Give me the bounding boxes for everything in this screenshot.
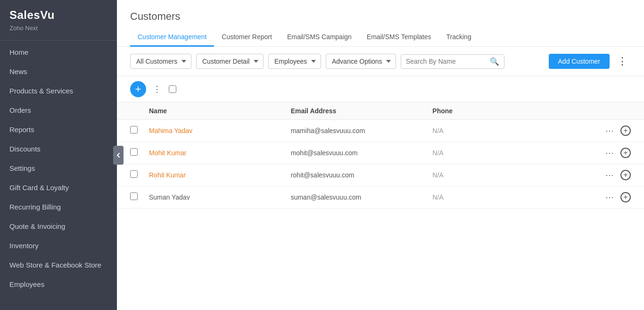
row-checkbox-cell[interactable] [130,126,149,135]
table-row: Rohit Kumar rohit@salesvuuu.com N/A ⋯ + [117,164,644,186]
all-customers-filter[interactable]: All Customers [130,54,191,69]
row-actions-0: ⋯ + [574,126,631,136]
customer-email-0: mamiha@salesvuuu.com [291,127,433,134]
customer-phone-2: N/A [432,171,574,179]
more-options-button[interactable]: ⋮ [614,53,631,69]
sidebar-item-news[interactable]: News [0,62,117,81]
sidebar-item-quote-invoicing[interactable]: Quote & Invoicing [0,217,117,236]
row-actions-1: ⋯ + [574,148,631,158]
table-row: Mohit Kumar mohit@salesvuuu.com N/A ⋯ + [117,142,644,164]
sidebar-item-recurring-billing[interactable]: Recurring Billing [0,197,117,217]
customer-name-0[interactable]: Mahima Yadav [149,127,291,134]
page-header: Customers Customer ManagementCustomer Re… [117,0,644,47]
sidebar-item-settings[interactable]: Settings [0,159,117,178]
select-all-checkbox[interactable] [169,85,176,93]
header-name: Name [149,107,291,115]
tab-4[interactable]: Tracking [439,29,479,47]
sidebar: SalesVu Zoho Next HomeNewsProducts & Ser… [0,0,117,310]
employees-filter[interactable]: Employees [268,54,321,69]
row-checkbox-2[interactable] [130,170,138,178]
table-row: Mahima Yadav mamiha@salesvuuu.com N/A ⋯ … [117,120,644,142]
search-input[interactable] [406,58,488,65]
customer-name-2[interactable]: Rohit Kumar [149,171,291,179]
search-icon: 🔍 [490,57,499,66]
main-content: Customers Customer ManagementCustomer Re… [117,0,644,310]
row-checkbox-3[interactable] [130,193,138,200]
advance-options-filter[interactable]: Advance Options [326,54,396,69]
sidebar-item-gift-card-loyalty[interactable]: Gift Card & Loyalty [0,178,117,197]
sidebar-collapse-button[interactable] [113,146,124,165]
sidebar-nav: HomeNewsProducts & ServicesOrdersReports… [0,42,117,310]
tab-1[interactable]: Customer Report [214,29,280,47]
app-logo: SalesVu [0,0,117,25]
customer-name-1[interactable]: Mohit Kumar [149,149,291,157]
customer-phone-1: N/A [432,149,574,157]
sidebar-item-web-store[interactable]: Web Store & Facebook Store [0,255,117,275]
row-checkbox-cell[interactable] [130,170,149,180]
row-checkbox-0[interactable] [130,126,138,134]
row-add-button-2[interactable]: + [620,170,631,180]
row-actions-3: ⋯ + [574,192,631,202]
tabs-bar: Customer ManagementCustomer ReportEmail/… [130,29,631,46]
search-box[interactable]: 🔍 [401,54,504,69]
customer-detail-filter[interactable]: Customer Detail [196,54,264,69]
sidebar-item-products-services[interactable]: Products & Services [0,81,117,101]
sidebar-item-home[interactable]: Home [0,42,117,62]
tab-0[interactable]: Customer Management [130,29,214,47]
toolbar: All Customers Customer Detail Employees … [117,47,644,76]
table-row: Suman Yadav suman@salesvuuu.com N/A ⋯ + [117,186,644,209]
table-more-button[interactable]: ⋮ [153,84,162,94]
add-row-button[interactable]: + [130,81,146,97]
row-checkbox-cell[interactable] [130,193,149,202]
sidebar-item-discounts[interactable]: Discounts [0,139,117,159]
header-email: Email Address [291,107,433,115]
sidebar-divider [0,40,117,41]
row-checkbox-cell[interactable] [130,148,149,158]
customer-email-2: rohit@salesvuuu.com [291,171,433,179]
row-add-button-1[interactable]: + [620,148,631,158]
customer-phone-3: N/A [432,193,574,201]
row-add-button-0[interactable]: + [620,126,631,136]
sidebar-item-reports[interactable]: Reports [0,120,117,139]
customer-name-3[interactable]: Suman Yadav [149,193,291,201]
sidebar-item-employees[interactable]: Employees [0,275,117,294]
row-more-button-0[interactable]: ⋯ [605,126,615,136]
row-add-button-3[interactable]: + [620,192,631,202]
app-subtitle: Zoho Next [0,25,117,40]
row-more-button-1[interactable]: ⋯ [605,148,615,158]
customer-phone-0: N/A [432,127,574,134]
table-toolbar: + ⋮ [117,76,644,102]
header-actions-cell [574,107,631,115]
sidebar-item-orders[interactable]: Orders [0,101,117,120]
table-rows: Mahima Yadav mamiha@salesvuuu.com N/A ⋯ … [117,120,644,209]
row-checkbox-1[interactable] [130,148,138,156]
row-more-button-3[interactable]: ⋯ [605,192,615,202]
add-customer-button[interactable]: Add Customer [549,54,610,69]
header-phone: Phone [432,107,574,115]
customer-email-3: suman@salesvuuu.com [291,193,433,201]
header-checkbox-cell [130,107,149,115]
tab-2[interactable]: Email/SMS Campaign [280,29,359,47]
row-more-button-2[interactable]: ⋯ [605,170,615,180]
sidebar-item-inventory[interactable]: Inventory [0,236,117,255]
row-actions-2: ⋯ + [574,170,631,180]
page-title: Customers [130,10,631,23]
tab-3[interactable]: Email/SMS Templates [359,29,439,47]
table-header: Name Email Address Phone [117,102,644,120]
table-area: + ⋮ Name Email Address Phone Mahima Yada… [117,76,644,310]
customer-email-1: mohit@salesvuuu.com [291,149,433,157]
